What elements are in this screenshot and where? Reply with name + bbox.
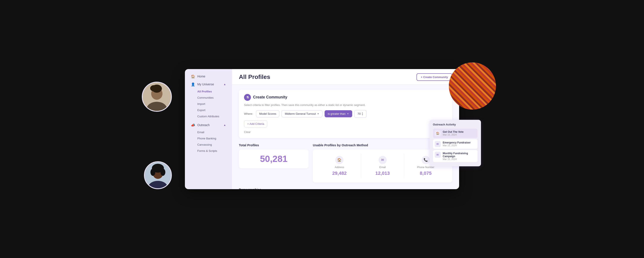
email-value: 12,013	[375, 170, 390, 176]
card-title-row: ⚗ Create Community	[244, 94, 447, 101]
page-title: All Profiles	[239, 74, 270, 80]
sidebar-email-label: Email	[197, 131, 204, 134]
sidebar-sub-communities[interactable]: Communities	[186, 95, 230, 101]
sidebar-sub-canvassing[interactable]: Canvassing	[186, 142, 230, 148]
outreach-item-2[interactable]: ✉ Emergency Fundraiser Mar 15, 2024	[433, 139, 478, 149]
sidebar-sub-forms-scripts[interactable]: Forms & Scripts	[186, 148, 230, 154]
total-profiles-value: 50,281	[260, 154, 287, 164]
svg-point-10	[160, 169, 166, 176]
add-criteria-button[interactable]: + Add Criteria	[244, 120, 267, 127]
filter-row: Where: Model Scores Midterm General Turn…	[244, 110, 447, 118]
sidebar-home-label: Home	[197, 75, 205, 78]
clear-link[interactable]: Clear	[244, 130, 251, 134]
create-community-card-title: Create Community	[253, 95, 287, 100]
sidebar-sub-import[interactable]: Import	[186, 101, 230, 107]
outreach-item-2-date: Mar 15, 2024	[443, 144, 471, 146]
outreach-item-2-text: Emergency Fundraiser Mar 15, 2024	[443, 141, 471, 146]
sidebar-sub-custom-attrs[interactable]: Custom Attributes	[186, 113, 230, 119]
svg-point-4	[150, 85, 157, 91]
email-method: ✉ Email 12,013	[361, 154, 404, 178]
outreach-item-2-icon: ✉	[435, 141, 441, 147]
sidebar-sub-all-profiles[interactable]: All Profiles	[186, 89, 230, 94]
sidebar-phone-banking-label: Phone Banking	[197, 137, 216, 140]
filter-metric-label: Midterm General Turnout	[285, 112, 316, 115]
chevron-up-icon: ▲	[224, 83, 226, 86]
where-label: Where:	[244, 112, 253, 115]
outreach-item-3[interactable]: ✉ Monthly Fundraising Campaign Mar 15, 2…	[433, 150, 478, 162]
total-profiles-section: Total Profiles 50,281	[239, 143, 308, 182]
email-label: Email	[380, 166, 386, 169]
total-profiles-card: 50,281	[239, 149, 308, 168]
sidebar-sub-export[interactable]: Export	[186, 107, 230, 113]
outreach-activity-panel: Outreach Activity 🏠 Get Out The Vote Mar…	[430, 120, 481, 166]
add-criteria-label: + Add Criteria	[247, 122, 264, 125]
sidebar-communities-label: Communities	[197, 96, 214, 99]
funnel-icon: ⚗	[244, 94, 251, 101]
app-container: 🏠 Home 👤 My Universe ▲ All Profiles Comm…	[185, 69, 459, 189]
sidebar-export-label: Export	[197, 109, 206, 112]
stats-section: Total Profiles 50,281 Usable Profiles by…	[239, 143, 452, 182]
filter-value-input[interactable]: 70 ▲ ▼	[354, 110, 366, 118]
main-content: All Profiles + Create Community ⚗ Create…	[232, 69, 459, 189]
outreach-item-2-title: Emergency Fundraiser	[443, 141, 471, 144]
outreach-item-1-icon: 🏠	[435, 130, 441, 136]
outreach-item-3-icon: ✉	[435, 152, 441, 158]
filter-metric-caret: ▼	[317, 113, 319, 115]
outreach-item-1-title: Get Out The Vote	[443, 130, 464, 133]
outreach-item-1-text: Get Out The Vote Mar 15, 2024	[443, 130, 464, 136]
email-icon: ✉	[378, 156, 387, 164]
demographics-section: Demographics	[239, 188, 452, 189]
sidebar-forms-scripts-label: Forms & Scripts	[197, 149, 217, 152]
filter-operator-caret: ▼	[347, 113, 349, 115]
content-area: ⚗ Create Community Select criteria to fi…	[232, 85, 459, 189]
page-header: All Profiles + Create Community	[232, 69, 459, 85]
outreach-item-3-text: Monthly Fundraising Campaign Mar 15, 202…	[443, 152, 476, 160]
phone-icon: 📞	[422, 156, 430, 164]
filter-operator-chip[interactable]: is greater than ▼	[324, 110, 352, 117]
number-spinner-arrows: ▲ ▼	[362, 112, 363, 116]
sidebar-import-label: Import	[197, 102, 205, 106]
outreach-item-3-title: Monthly Fundraising Campaign	[443, 152, 476, 158]
sidebar-outreach-label: Outreach	[197, 123, 210, 127]
sidebar-universe-label: My Universe	[197, 83, 214, 86]
add-criteria-row: + Add Criteria	[244, 120, 447, 127]
aerial-photo-decoration	[449, 62, 496, 110]
phone-value: 8,075	[420, 170, 432, 176]
sidebar-all-profiles-label: All Profiles	[197, 90, 212, 93]
filter-number-value: 70	[358, 112, 360, 115]
sidebar-sub-email[interactable]: Email	[186, 129, 230, 135]
filter-metric-chip[interactable]: Midterm General Turnout ▼	[282, 110, 322, 117]
filter-operator-label: is greater than	[328, 112, 346, 115]
outreach-icon: 📣	[191, 123, 195, 127]
sidebar-item-my-universe[interactable]: 👤 My Universe ▲	[186, 81, 230, 88]
sidebar: 🏠 Home 👤 My Universe ▲ All Profiles Comm…	[185, 69, 232, 189]
avatar-person-1	[142, 82, 172, 112]
universe-icon: 👤	[191, 82, 195, 86]
filter-type-chip[interactable]: Model Scores	[256, 110, 279, 117]
home-icon: 🏠	[191, 74, 195, 79]
avatar-person-2	[144, 161, 172, 189]
address-label: Address	[335, 166, 344, 169]
demographics-title: Demographics	[239, 188, 452, 189]
chevron-down-icon: ▲	[224, 124, 226, 127]
address-value: 29,482	[332, 170, 347, 176]
sidebar-canvassing-label: Canvassing	[197, 143, 212, 146]
create-community-button[interactable]: + Create Community	[416, 73, 452, 81]
total-profiles-title: Total Profiles	[239, 143, 308, 147]
sidebar-item-outreach[interactable]: 📣 Outreach ▲	[186, 121, 230, 129]
sidebar-custom-attrs-label: Custom Attributes	[197, 115, 220, 118]
outreach-item-1[interactable]: 🏠 Get Out The Vote Mar 15, 2024	[433, 128, 478, 138]
address-method: 🏠 Address 29,482	[318, 154, 361, 178]
sidebar-sub-phone-banking[interactable]: Phone Banking	[186, 136, 230, 141]
outreach-item-3-date: Mar 15, 2024	[443, 158, 476, 160]
panel-title: Outreach Activity	[433, 123, 478, 126]
outreach-item-1-date: Mar 15, 2024	[443, 133, 464, 136]
sidebar-item-home[interactable]: 🏠 Home	[186, 73, 230, 80]
filter-type-label: Model Scores	[259, 112, 276, 115]
svg-point-9	[150, 169, 155, 176]
address-icon: 🏠	[335, 156, 344, 164]
create-community-subtitle: Select criteria to filter profiles. Then…	[244, 103, 447, 107]
create-community-card: ⚗ Create Community Select criteria to fi…	[239, 90, 452, 138]
create-community-btn-label: + Create Community	[421, 76, 448, 79]
